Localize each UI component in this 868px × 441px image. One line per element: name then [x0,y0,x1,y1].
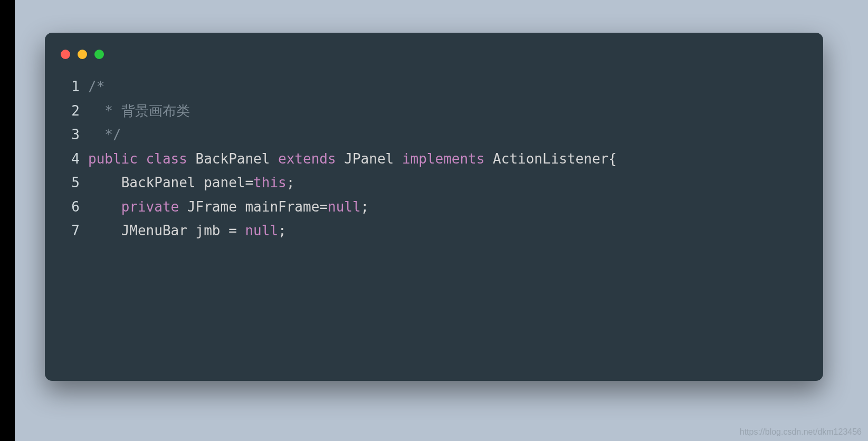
code-token: /* [88,79,104,94]
code-token [484,151,493,167]
code-token [88,175,121,190]
code-token [196,175,204,190]
code-line: 3 */ [61,123,807,147]
maximize-icon[interactable] [94,50,104,59]
line-number: 6 [61,195,80,219]
code-token: panel [204,175,245,190]
code-line: 6 private JFrame mainFrame=null; [61,195,807,219]
code-token: ; [361,199,369,215]
code-token [187,151,196,167]
line-number: 3 [61,123,80,147]
watermark-text: https://blog.csdn.net/dkm123456 [740,427,862,437]
code-token [88,223,121,238]
code-line: 2 * 背景画布类 [61,99,807,123]
code-area: 1/*2 * 背景画布类3 */4public class BackPanel … [45,64,823,259]
code-token: public [88,151,138,167]
code-window: 1/*2 * 背景画布类3 */4public class BackPanel … [45,33,823,381]
code-token: */ [88,127,121,142]
line-number: 2 [61,99,80,123]
code-line: 1/* [61,75,807,99]
line-content: public class BackPanel extends JPanel im… [88,147,617,171]
left-black-band [0,0,15,441]
line-number: 7 [61,219,80,243]
code-token: JFrame [187,199,237,215]
code-token [270,151,278,167]
code-token [237,199,245,215]
code-token: ActionListener [493,151,608,167]
code-token: this [253,175,287,190]
code-token: JPanel [344,151,394,167]
code-token [138,151,146,167]
line-content: private JFrame mainFrame=null; [88,195,369,219]
code-token: null [328,199,361,215]
line-number: 5 [61,171,80,195]
code-line: 5 BackPanel panel=this; [61,171,807,195]
code-token: ; [287,175,295,190]
code-token: * 背景画布类 [88,103,190,119]
code-token [88,199,121,215]
code-token: class [146,151,187,167]
code-token: extends [278,151,336,167]
code-token [336,151,345,167]
code-token: JMenuBar [121,223,187,238]
code-line: 4public class BackPanel extends JPanel i… [61,147,807,171]
code-token: = [245,175,253,190]
code-token: { [608,151,617,167]
code-token [187,223,196,238]
line-content: /* [88,75,104,99]
line-number: 1 [61,75,80,99]
code-token: BackPanel [121,175,196,190]
line-content: JMenuBar jmb = null; [88,219,287,243]
line-content: * 背景画布类 [88,99,190,123]
line-content: */ [88,123,121,147]
code-token: jmb [196,223,221,238]
code-token: ; [278,223,287,238]
window-titlebar [45,33,823,64]
code-token [179,199,187,215]
code-token: = [319,199,328,215]
code-token: BackPanel [196,151,270,167]
code-token: = [220,223,245,238]
code-token: null [245,223,278,238]
minimize-icon[interactable] [78,50,87,59]
code-token [394,151,402,167]
code-token: private [121,199,179,215]
code-token: implements [402,151,485,167]
code-token: mainFrame [245,199,319,215]
line-number: 4 [61,147,80,171]
line-content: BackPanel panel=this; [88,171,294,195]
code-line: 7 JMenuBar jmb = null; [61,219,807,243]
close-icon[interactable] [61,50,70,59]
